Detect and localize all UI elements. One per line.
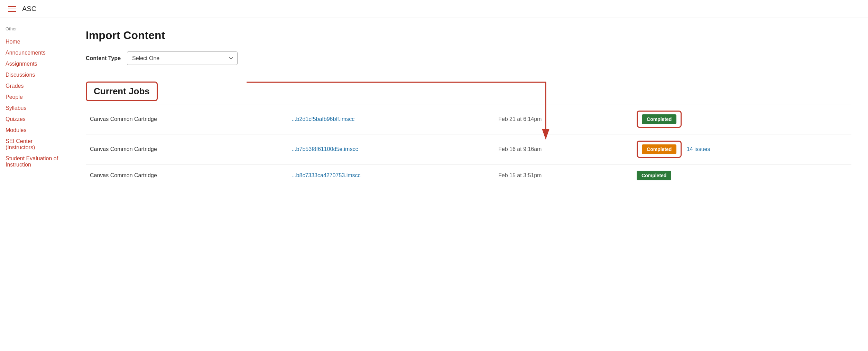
annotation-container: Current Jobs (86, 82, 851, 101)
job-date-3: Feb 15 at 3:51pm (494, 164, 632, 187)
job-name-2: Canvas Common Cartridge (86, 134, 287, 164)
content-type-select[interactable]: Select One Canvas Course Export Package … (127, 51, 238, 65)
sidebar-item-assignments[interactable]: Assignments (6, 58, 63, 69)
sidebar-item-announcements[interactable]: Announcements (6, 47, 63, 58)
current-jobs-title: Current Jobs (86, 82, 158, 101)
job-date-2: Feb 16 at 9:16am (494, 134, 632, 164)
table-row: Canvas Common Cartridge ...b7b53f8f61100… (86, 134, 851, 164)
sidebar-item-quizzes[interactable]: Quizzes (6, 114, 63, 125)
top-bar: ASC (0, 0, 868, 18)
sidebar-item-syllabus[interactable]: Syllabus (6, 103, 63, 114)
job-name-1: Canvas Common Cartridge (86, 104, 287, 134)
page-title: Import Content (86, 29, 851, 42)
job-date-1: Feb 21 at 6:14pm (494, 104, 632, 134)
content-type-label: Content Type (86, 55, 121, 61)
sidebar-item-modules[interactable]: Modules (6, 125, 63, 136)
sidebar-item-grades[interactable]: Grades (6, 80, 63, 92)
badge-completed-orange-2: Completed (642, 144, 676, 154)
badge-completed-green-1: Completed (642, 114, 676, 124)
badge-completed-green-3: Completed (637, 171, 671, 180)
page-layout: Other Home Announcements Assignments Dis… (0, 18, 868, 350)
orange-badge-highlight: Completed (637, 141, 682, 158)
job-status-cell-2: Completed 14 issues (632, 134, 851, 164)
sidebar-item-student-eval[interactable]: Student Evaluation of Instruction (6, 153, 63, 170)
table-row: Canvas Common Cartridge ...b8c7333ca4270… (86, 164, 851, 187)
sidebar: Other Home Announcements Assignments Dis… (0, 18, 69, 350)
job-link-3[interactable]: ...b8c7333ca4270753.imscc (292, 172, 360, 178)
table-row: Canvas Common Cartridge ...b2d1cf5bafb96… (86, 104, 851, 134)
job-link-1[interactable]: ...b2d1cf5bafb96bff.imscc (292, 116, 354, 122)
current-jobs-section: Current Jobs (86, 82, 851, 187)
menu-button[interactable] (8, 6, 16, 12)
sidebar-item-people[interactable]: People (6, 92, 63, 103)
completed-badges-highlight: Completed (637, 111, 682, 128)
sidebar-section-label: Other (6, 26, 63, 31)
issues-link-2[interactable]: 14 issues (687, 146, 710, 152)
sidebar-item-discussions[interactable]: Discussions (6, 69, 63, 80)
content-type-row: Content Type Select One Canvas Course Ex… (86, 51, 851, 65)
job-link-2[interactable]: ...b7b53f8f61100d5e.imscc (292, 146, 358, 152)
jobs-table: Canvas Common Cartridge ...b2d1cf5bafb96… (86, 104, 851, 187)
job-name-3: Canvas Common Cartridge (86, 164, 287, 187)
job-status-cell-3: Completed (632, 164, 851, 187)
main-content: Import Content Content Type Select One C… (69, 18, 868, 350)
sidebar-item-sei-center[interactable]: SEI Center (Instructors) (6, 136, 63, 153)
job-status-cell-1: Completed (632, 104, 851, 134)
app-title: ASC (22, 5, 36, 13)
sidebar-item-home[interactable]: Home (6, 36, 63, 47)
